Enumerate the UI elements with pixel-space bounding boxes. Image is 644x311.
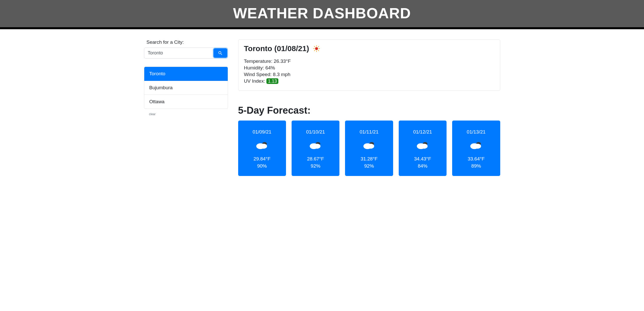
- svg-line-6: [318, 50, 319, 51]
- main-container: Search for a City: Toronto Bujumbura Ott…: [136, 29, 508, 176]
- partly-cloudy-icon: [416, 140, 429, 150]
- wind-label: Wind Speed:: [244, 72, 272, 77]
- wind-line: Wind Speed: 8.3 mph: [244, 72, 494, 77]
- forecast-humidity: 92%: [348, 163, 390, 169]
- history-item-label: Bujumbura: [149, 85, 173, 90]
- forecast-date: 01/10/21: [294, 129, 337, 135]
- history-item-ottawa[interactable]: Ottawa: [144, 95, 228, 109]
- uv-badge: 1.13: [266, 78, 278, 84]
- forecast-date: 01/13/21: [455, 129, 497, 135]
- svg-point-17: [367, 144, 374, 149]
- svg-line-5: [314, 46, 315, 47]
- forecast-date: 01/11/21: [348, 129, 390, 135]
- forecast-date: 01/12/21: [401, 129, 444, 135]
- forecast-card: 01/12/21 34.43°F 84%: [399, 121, 447, 176]
- current-weather-card: Toronto (01/08/21) Temp: [238, 39, 500, 91]
- main-panel: Toronto (01/08/21) Temp: [238, 39, 500, 176]
- forecast-card: 01/13/21 33.64°F 89%: [452, 121, 500, 176]
- forecast-card: 01/10/21 28.67°F 92%: [292, 121, 339, 176]
- svg-point-14: [314, 144, 321, 149]
- search-button[interactable]: [213, 48, 227, 58]
- svg-line-8: [318, 46, 319, 47]
- uv-line: UV Index: 1.13: [244, 78, 494, 84]
- forecast-humidity: 84%: [401, 163, 444, 169]
- humidity-value: 64%: [265, 65, 275, 70]
- forecast-temp: 31.28°F: [348, 156, 390, 162]
- search-icon: [218, 51, 223, 56]
- forecast-humidity: 89%: [455, 163, 497, 169]
- current-weather-heading: Toronto (01/08/21): [244, 44, 494, 53]
- forecast-card: 01/09/21 29.84°F 90%: [238, 121, 286, 176]
- current-city-date: Toronto (01/08/21): [244, 44, 309, 53]
- svg-point-20: [421, 144, 427, 149]
- history-item-bujumbura[interactable]: Bujumbura: [144, 81, 228, 95]
- humidity-label: Humidity:: [244, 65, 264, 70]
- sidebar: Search for a City: Toronto Bujumbura Ott…: [144, 39, 228, 176]
- forecast-heading: 5-Day Forecast:: [238, 105, 500, 116]
- svg-point-0: [315, 47, 318, 50]
- search-input-group: [144, 48, 228, 58]
- partly-cloudy-icon: [309, 140, 322, 150]
- partly-cloudy-icon: [363, 140, 376, 150]
- history-item-label: Toronto: [149, 71, 165, 76]
- forecast-temp: 34.43°F: [401, 156, 444, 162]
- search-label: Search for a City:: [144, 39, 228, 45]
- forecast-humidity: 90%: [241, 163, 283, 169]
- temperature-line: Temperature: 26.33°F: [244, 58, 494, 64]
- forecast-humidity: 92%: [294, 163, 337, 169]
- wind-value: 8.3 mph: [273, 72, 291, 77]
- humidity-line: Humidity: 64%: [244, 65, 494, 71]
- history-item-label: Ottawa: [149, 99, 165, 104]
- svg-point-11: [260, 144, 267, 149]
- forecast-temp: 33.64°F: [455, 156, 497, 162]
- uv-label: UV Index:: [244, 78, 265, 84]
- temperature-value: 26.33°F: [274, 58, 291, 64]
- forecast-temp: 29.84°F: [241, 156, 283, 162]
- forecast-card: 01/11/21 31.28°F 92%: [345, 121, 393, 176]
- forecast-date: 01/09/21: [241, 129, 283, 135]
- svg-line-7: [314, 50, 315, 51]
- history-item-toronto[interactable]: Toronto: [144, 67, 228, 81]
- sunny-icon: [313, 45, 320, 52]
- page-title: WEATHER DASHBOARD: [0, 5, 644, 22]
- forecast-temp: 28.67°F: [294, 156, 337, 162]
- app-header: WEATHER DASHBOARD: [0, 0, 644, 29]
- search-input[interactable]: [144, 48, 213, 58]
- search-history-list: Toronto Bujumbura Ottawa: [144, 67, 228, 109]
- clear-history-link[interactable]: clear: [149, 112, 228, 116]
- svg-point-23: [475, 144, 481, 149]
- temperature-label: Temperature:: [244, 58, 273, 64]
- forecast-row: 01/09/21 29.84°F 90% 01/10/21 28.67°F 92…: [238, 121, 500, 176]
- partly-cloudy-icon: [255, 140, 269, 150]
- partly-cloudy-icon: [469, 140, 483, 150]
